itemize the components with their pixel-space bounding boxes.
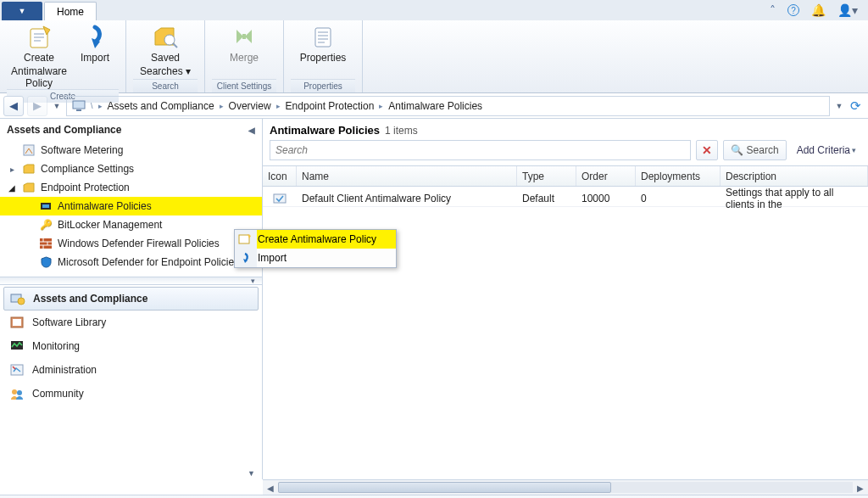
notifications-icon[interactable]: 🔔 (811, 3, 826, 17)
tab-home[interactable]: Home (44, 2, 97, 20)
tab-home-label: Home (57, 6, 84, 18)
tree-item-bitlocker[interactable]: 🔑 BitLocker Management (0, 215, 262, 234)
tree-item-compliance-settings[interactable]: ▸ Compliance Settings (0, 159, 262, 178)
col-order[interactable]: Order (576, 166, 636, 186)
library-icon (8, 314, 25, 331)
wunder-label: Monitoring (32, 340, 80, 352)
clear-search-button[interactable]: ✕ (696, 140, 718, 160)
horizontal-scrollbar[interactable]: ◀ ▶ (263, 479, 868, 495)
ctx-import[interactable]: Import (257, 249, 396, 267)
cell-deployments: 0 (636, 193, 721, 204)
search-button[interactable]: 🔍 Search (723, 140, 787, 160)
ctx-create-antimalware-policy[interactable]: Create Antimalware Policy (257, 230, 396, 249)
merge-icon (231, 24, 258, 51)
saved-searches-button[interactable]: Saved Searches ▾ (133, 22, 198, 79)
wunder-label: Software Library (32, 316, 106, 328)
crumb[interactable]: Antimalware Policies (388, 100, 482, 112)
wunder-software-library[interactable]: Software Library (0, 311, 262, 334)
wunder-monitoring[interactable]: Monitoring (0, 334, 262, 358)
tree-label: Endpoint Protection (41, 182, 130, 193)
col-type[interactable]: Type (517, 166, 576, 186)
svg-rect-28 (239, 235, 249, 243)
content-title: Antimalware Policies 1 items (263, 119, 868, 140)
svg-point-25 (12, 389, 17, 394)
tree-item-endpoint-protection[interactable]: ◢ Endpoint Protection (0, 178, 262, 197)
wunder-community[interactable]: Community (0, 382, 262, 406)
ribbon: Create Antimalware Policy Import Create … (0, 20, 868, 93)
context-menu: Create Antimalware Policy Import (234, 229, 397, 268)
saved-searches-icon (152, 24, 179, 51)
label-l2: Antimalware Policy (7, 66, 71, 90)
tree-label: Software Metering (41, 144, 123, 156)
breadcrumb[interactable]: \ ▸ Assets and Compliance ▸ Overview ▸ E… (66, 96, 830, 116)
col-depl[interactable]: Deployments (636, 166, 721, 186)
folder-open-icon (22, 181, 36, 194)
create-policy-icon (237, 232, 253, 247)
breadcrumb-bar: ◀ ▶ ▼ \ ▸ Assets and Compliance ▸ Overvi… (0, 93, 868, 119)
tab-strip: ▼ Home ˄ ? 🔔 👤▾ (0, 0, 868, 20)
help-icon[interactable]: ? (787, 4, 799, 16)
tree-label: Compliance Settings (41, 163, 134, 175)
label-l1: Saved (151, 53, 180, 64)
svg-point-20 (18, 298, 25, 305)
scroll-right-icon[interactable]: ▶ (853, 480, 868, 495)
import-button[interactable]: Import (71, 22, 119, 89)
crumb[interactable]: Assets and Compliance (108, 100, 214, 112)
nav-back-button[interactable]: ◀ (3, 96, 24, 116)
antimalware-icon (39, 199, 53, 213)
tree-label: BitLocker Management (58, 219, 162, 231)
chevron-icon: ▸ (98, 102, 103, 110)
wunder-assets-compliance[interactable]: Assets and Compliance (3, 287, 259, 311)
wunderbar-overflow[interactable]: ▼ (0, 469, 262, 479)
ribbon-group-properties: Properties Properties (284, 20, 363, 92)
body: Assets and Compliance ◀ Software Meterin… (0, 119, 868, 479)
monitoring-icon (8, 338, 25, 355)
label-l1: Merge (230, 53, 259, 64)
meter-icon (22, 143, 36, 157)
wunder-label: Administration (32, 364, 97, 376)
svg-point-26 (17, 390, 22, 395)
breadcrumb-dropdown[interactable]: ▼ (833, 97, 845, 115)
tree-item-firewall-policies[interactable]: Windows Defender Firewall Policies (0, 234, 262, 253)
crumb[interactable]: Overview (229, 100, 271, 112)
grid-header[interactable]: Icon Name Type Order Deployments Descrip… (263, 166, 868, 187)
search-input[interactable] (270, 140, 691, 160)
cell-description: Settings that apply to all clients in th… (721, 187, 868, 210)
item-count: 1 items (385, 125, 418, 137)
tree-item-software-metering[interactable]: Software Metering (0, 141, 262, 159)
tree-label: Microsoft Defender for Endpoint Policies (58, 256, 239, 268)
col-desc[interactable]: Description (721, 166, 868, 186)
label-l1: Import (81, 53, 109, 64)
refresh-icon[interactable]: ⟳ (850, 98, 861, 114)
pane-splitter[interactable] (0, 277, 262, 285)
group-label: Properties (291, 79, 355, 92)
app-menu-button[interactable]: ▼ (2, 2, 42, 20)
add-criteria-button[interactable]: Add Criteria (792, 144, 861, 156)
import-icon (237, 250, 253, 266)
group-label: Search (133, 79, 198, 92)
search-button-label: Search (747, 144, 779, 156)
ribbon-group-create: Create Antimalware Policy Import Create (0, 20, 126, 92)
crumb[interactable]: Endpoint Protection (286, 100, 375, 112)
expand-icon[interactable]: ▸ (7, 165, 17, 174)
results-grid: Icon Name Type Order Deployments Descrip… (263, 165, 868, 207)
wunder-label: Assets and Compliance (33, 293, 147, 305)
col-icon[interactable]: Icon (263, 166, 297, 186)
collapse-icon[interactable]: ◢ (7, 183, 17, 193)
properties-button[interactable]: Properties (291, 22, 355, 79)
table-row[interactable]: Default Client Antimalware Policy Defaul… (263, 187, 868, 207)
ribbon-group-client-settings: Merge Client Settings (205, 20, 284, 92)
tree-item-mde-policies[interactable]: Microsoft Defender for Endpoint Policies (0, 253, 262, 271)
collapse-ribbon-icon[interactable]: ˄ (770, 3, 776, 17)
col-name[interactable]: Name (297, 166, 517, 186)
svg-marker-5 (236, 30, 243, 43)
nav-history-dropdown[interactable]: ▼ (51, 96, 63, 116)
scroll-thumb[interactable] (278, 482, 611, 493)
create-antimalware-policy-button[interactable]: Create Antimalware Policy (7, 22, 71, 89)
wunder-administration[interactable]: Administration (0, 358, 262, 382)
scroll-left-icon[interactable]: ◀ (263, 480, 278, 495)
user-menu-icon[interactable]: 👤▾ (837, 3, 858, 17)
ctx-label: Create Antimalware Policy (258, 233, 376, 245)
collapse-nav-icon[interactable]: ◀ (248, 126, 255, 135)
tree-item-antimalware-policies[interactable]: Antimalware Policies (0, 197, 262, 215)
